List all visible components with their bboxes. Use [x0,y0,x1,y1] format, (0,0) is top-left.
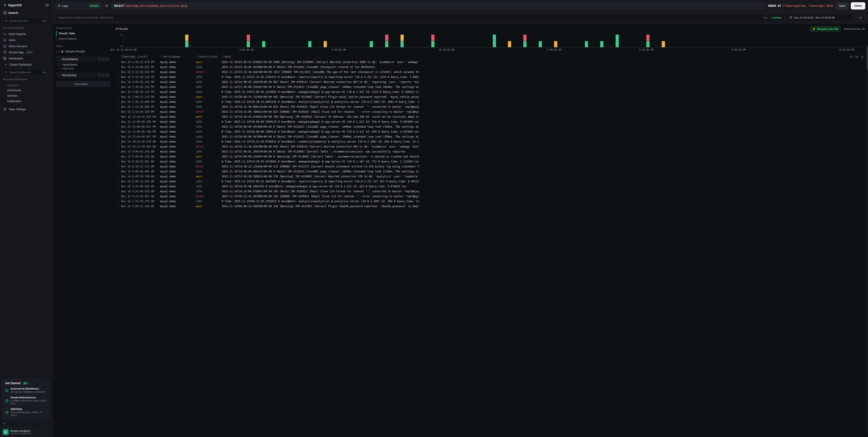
table-row[interactable]: Nov 14 9:00:00.234 AM mysql-demo warn 20… [115,154,865,159]
drag-handle-icon[interactable]: ⠿ [196,55,198,58]
source-selector[interactable]: Logs Schema [55,2,102,9]
row-expand-icon[interactable] [117,116,120,118]
table-row[interactable]: Nov 14 4:24:00.678 AM mysql-demo info 20… [115,189,865,194]
table-row[interactable]: Nov 14 1:30:15.890 PM mysql-demo info # … [115,99,865,104]
chevron-up-icon[interactable] [44,382,47,384]
help-button[interactable]: ? [0,421,52,427]
row-expand-icon[interactable] [117,66,120,68]
mode-event-patterns[interactable]: Event Patterns [56,36,111,41]
drag-handle-icon[interactable]: ⠿ [160,55,162,58]
row-expand-icon[interactable] [117,81,120,83]
row-expand-icon[interactable] [117,71,120,73]
saved-searches-input[interactable]: Saved Searches ⌘K [3,18,50,24]
row-expand-icon[interactable] [117,126,120,128]
filter-option-mysql-demo[interactable]: mysql-demo [56,62,111,66]
filter-group-servicename[interactable]: ServiceName [56,56,111,62]
denoise-toggle[interactable]: Denoise Results [56,49,111,54]
column-body[interactable]: ⠿Body [222,55,231,58]
saved-dashboards-input[interactable]: Saved Dashboards ⌘K [3,69,50,76]
code-view-icon[interactable] [850,55,852,58]
row-expand-icon[interactable] [117,150,120,153]
filter-chart-icon[interactable] [102,74,105,76]
table-row[interactable]: Nov 14 12:00:00.789 PM mysql-demo info #… [115,119,865,124]
row-expand-icon[interactable] [117,145,120,148]
more-filters-button[interactable]: More filters [56,81,111,87]
resume-live-tail-button[interactable]: ⚡ Resume Live Tail [810,26,841,32]
row-expand-icon[interactable] [117,170,120,173]
source-settings-button[interactable] [104,4,109,8]
denoise-checkbox[interactable] [56,50,59,53]
chevron-down-icon[interactable] [46,57,49,60]
sidebar-collapse-button[interactable] [45,3,49,7]
sidebar-item-team-settings[interactable]: Team Settings [3,106,50,112]
sidebar-item-chart-explorer[interactable]: Chart Explorer [3,31,50,37]
column-severitytext[interactable]: ⠿SeverityText [196,55,222,58]
table-row[interactable]: Nov 14 4:45:00.345 AM mysql-demo info 20… [115,184,865,189]
pin-icon[interactable] [106,74,108,76]
sidebar-item-alerts[interactable]: Alerts [3,37,50,43]
search-input[interactable] [58,16,761,19]
filter-group-severitytext[interactable]: SeverityText [56,72,111,78]
sidebar-item-client-sessions[interactable]: Client Sessions [3,43,50,49]
table-row[interactable]: Nov 14 8:30:45.567 AM mysql-demo info # … [115,159,865,164]
preset-item[interactable]: ClickHouse [3,88,50,93]
presets-header[interactable]: PRESETS [3,82,50,88]
row-density-icon[interactable] [855,55,858,58]
table-row[interactable]: Nov 14 6:45:30.789 AM mysql-demo warn 20… [115,174,865,179]
row-expand-icon[interactable] [117,195,120,198]
table-row[interactable]: Nov 14 6:00:15.456 AM mysql-demo info # … [115,179,865,184]
table-row[interactable]: Nov 14 5:16:00.567 PM mysql-demo info 20… [115,65,865,70]
get-started-item[interactable]: Create Data Sources Configure where your… [5,396,47,405]
table-row[interactable]: Nov 14 5:15:30.456 PM mysql-demo error 2… [115,70,865,74]
row-expand-icon[interactable] [117,185,120,188]
table-row[interactable]: Nov 14 4:23:45.567 AM mysql-demo error 2… [115,194,865,199]
table-row[interactable]: Nov 14 12:00:00.789 PM mysql-demo info #… [115,129,865,134]
filter-search-icon[interactable] [98,74,101,76]
column-servicename[interactable]: ⠿ServiceName [160,55,196,58]
lucene-mode-toggle[interactable]: Lucene [772,16,781,19]
sql-select-input[interactable]: SELECT Timestamp,ServiceName,SeverityTex… [111,2,766,9]
save-button[interactable]: Save [836,2,848,9]
table-row[interactable]: Nov 14 8:00:00.890 AM mysql-demo info 20… [115,169,865,174]
row-expand-icon[interactable] [117,156,120,158]
row-expand-icon[interactable] [117,161,120,163]
preset-item[interactable]: Kubernetes [3,99,50,104]
table-row[interactable]: Nov 14 9:00:01.345 AM mysql-demo info 20… [115,149,865,154]
get-started-item[interactable]: Connect to ClickHouse Set up your databa… [5,387,47,393]
table-row[interactable]: Nov 14 2:00:15.123 PM mysql-demo warn 20… [115,95,865,99]
table-row[interactable]: Nov 14 4:15:45.234 PM mysql-demo info # … [115,74,865,79]
table-row[interactable]: Nov 14 12:00:00.567 PM mysql-demo info 2… [115,124,865,129]
row-expand-icon[interactable] [117,205,120,208]
sidebar-item-search[interactable]: Search [3,9,50,16]
drag-handle-icon[interactable]: ⠿ [222,55,223,58]
row-expand-icon[interactable] [117,111,120,113]
table-row[interactable]: Nov 14 10:15:30.678 AM mysql-demo info #… [115,139,865,144]
pin-icon[interactable] [106,58,108,60]
chevron-down-icon[interactable] [58,58,60,60]
run-query-button[interactable]: ▷ [857,14,865,22]
row-expand-icon[interactable] [117,131,120,133]
get-started-item[interactable]: Add Data Start sending logs, metrics, or… [5,408,47,417]
chevron-up-icon[interactable] [46,11,49,14]
chevron-right-icon[interactable] [58,74,60,76]
table-row[interactable]: Nov 14 1:15:30.890 PM mysql-demo info 20… [115,104,865,109]
mysql-demo-checkbox[interactable] [58,63,61,66]
row-expand-icon[interactable] [117,200,120,203]
row-expand-icon[interactable] [117,121,120,123]
scrollbar-thumb[interactable] [867,46,868,70]
mode-results-table[interactable]: Results Table [56,31,111,36]
table-row[interactable]: Nov 14 12:00:00.567 PM mysql-demo info 2… [115,134,865,139]
row-expand-icon[interactable] [117,106,120,108]
results-scrollbar[interactable] [866,45,868,435]
sidebar-item-dashboards[interactable]: Dashboards [3,55,50,62]
filter-search-icon[interactable] [98,58,101,60]
table-row[interactable]: Nov 14 3:30:00.234 PM mysql-demo info 20… [115,85,865,90]
row-expand-icon[interactable] [117,165,120,168]
row-expand-icon[interactable] [117,86,120,88]
order-by-expression[interactable]: ORDER BY (TimestampTime, Timestamp) DESC [768,4,833,7]
table-row[interactable]: Nov 14 5:45:15.678 PM mysql-demo warn 20… [115,60,865,65]
row-expand-icon[interactable] [117,96,120,98]
row-expand-icon[interactable] [117,175,120,178]
preset-item[interactable]: Services [3,93,50,99]
date-range-picker[interactable]: Nov 14 00:00:00 - Nov 15 00:00:00 [786,14,855,22]
